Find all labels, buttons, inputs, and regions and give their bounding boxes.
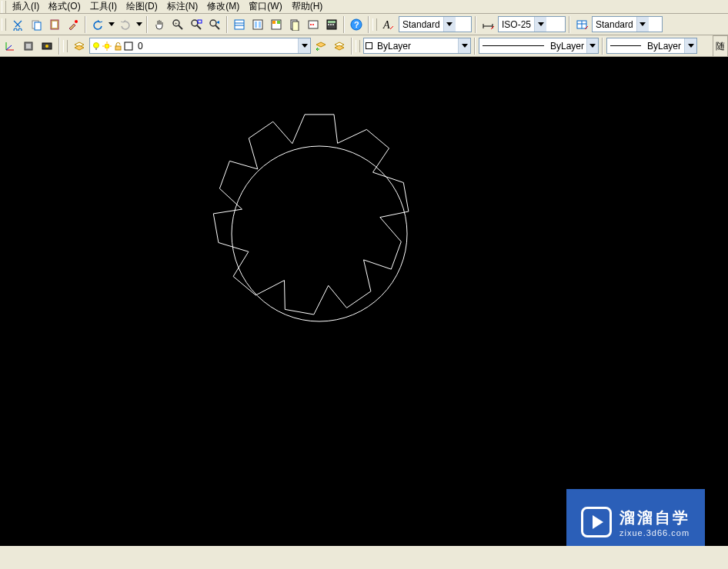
menu-tools[interactable]: 工具(I) bbox=[85, 0, 122, 14]
svg-rect-49 bbox=[95, 48, 97, 50]
side-panel-label[interactable]: 随 bbox=[713, 35, 728, 57]
menubar: 插入(I) 格式(O) 工具(I) 绘图(D) 标注(N) 修改(M) 窗口(W… bbox=[0, 0, 728, 14]
layer-combo[interactable]: 0 bbox=[89, 38, 311, 54]
dropdown-arrow-icon[interactable] bbox=[684, 38, 696, 53]
properties-button[interactable] bbox=[231, 16, 248, 33]
pan-button[interactable] bbox=[151, 16, 168, 33]
play-icon bbox=[581, 507, 612, 537]
svg-point-11 bbox=[210, 20, 216, 26]
color-combo[interactable]: ByLayer bbox=[363, 38, 471, 54]
help-button[interactable]: ? bbox=[348, 16, 365, 33]
table-style-combo[interactable]: Standard bbox=[592, 16, 663, 32]
layer-previous-button[interactable] bbox=[312, 38, 329, 55]
color-swatch bbox=[364, 42, 374, 49]
lineweight-sample bbox=[610, 45, 641, 46]
block-button[interactable] bbox=[20, 38, 37, 55]
paste-button[interactable] bbox=[46, 16, 63, 33]
svg-point-26 bbox=[312, 24, 314, 25]
watermark-title: 溜溜自学 bbox=[619, 507, 690, 528]
svg-point-47 bbox=[45, 45, 48, 48]
menu-help[interactable]: 帮助(H) bbox=[287, 0, 328, 14]
menu-format[interactable]: 格式(O) bbox=[44, 0, 85, 14]
separator bbox=[602, 38, 603, 55]
dim-style-icon[interactable] bbox=[479, 16, 496, 33]
svg-rect-1 bbox=[35, 22, 41, 30]
zoom-window-button[interactable] bbox=[188, 16, 205, 33]
separator bbox=[226, 16, 228, 33]
svg-text:+: + bbox=[175, 21, 178, 25]
dropdown-arrow-icon[interactable] bbox=[586, 38, 598, 53]
separator bbox=[85, 16, 86, 33]
svg-rect-23 bbox=[292, 22, 299, 31]
svg-rect-13 bbox=[235, 20, 244, 29]
separator bbox=[146, 16, 148, 33]
text-style-combo[interactable]: Standard bbox=[399, 16, 472, 32]
render-button[interactable] bbox=[38, 38, 55, 55]
undo-button[interactable] bbox=[89, 16, 106, 33]
quickcalc-button[interactable] bbox=[323, 16, 340, 33]
dropdown-arrow-icon[interactable] bbox=[636, 17, 649, 32]
cut-button[interactable] bbox=[9, 16, 26, 33]
toolbar-grip-styles[interactable] bbox=[372, 18, 377, 31]
copy-button[interactable] bbox=[28, 16, 45, 33]
color-swatch-icon bbox=[124, 42, 133, 51]
layer-manager-button[interactable] bbox=[71, 38, 88, 55]
toolbar-grip-layers[interactable] bbox=[63, 40, 68, 52]
sheetset-button[interactable] bbox=[286, 16, 303, 33]
redo-dropdown[interactable] bbox=[135, 16, 143, 33]
linetype-sample bbox=[483, 45, 544, 46]
menu-modify[interactable]: 修改(M) bbox=[202, 0, 244, 14]
toolpalette-button[interactable] bbox=[268, 16, 285, 33]
separator bbox=[368, 16, 369, 33]
menu-grip[interactable] bbox=[2, 1, 6, 13]
gear-drawing bbox=[189, 103, 450, 364]
svg-point-8 bbox=[192, 20, 198, 26]
toolbar-grip-properties[interactable] bbox=[356, 40, 360, 52]
svg-rect-29 bbox=[328, 24, 329, 25]
svg-line-9 bbox=[197, 25, 201, 29]
linetype-combo[interactable]: ByLayer bbox=[479, 38, 599, 54]
svg-line-12 bbox=[215, 25, 219, 29]
separator bbox=[569, 16, 570, 33]
undo-dropdown[interactable] bbox=[108, 16, 115, 33]
svg-point-48 bbox=[94, 42, 99, 48]
lineweight-value: ByLayer bbox=[644, 41, 684, 52]
separator bbox=[475, 16, 476, 33]
dropdown-arrow-icon[interactable] bbox=[298, 38, 310, 53]
dropdown-arrow-icon[interactable] bbox=[458, 38, 470, 53]
svg-rect-10 bbox=[198, 20, 202, 23]
svg-point-50 bbox=[105, 44, 109, 48]
text-style-icon[interactable]: A bbox=[380, 16, 397, 33]
menu-draw[interactable]: 绘图(D) bbox=[122, 0, 162, 14]
ucs-button[interactable] bbox=[2, 38, 18, 55]
separator bbox=[351, 38, 352, 55]
table-style-value: Standard bbox=[593, 19, 636, 30]
dropdown-arrow-icon[interactable] bbox=[443, 17, 456, 32]
zoom-realtime-button[interactable]: + bbox=[169, 16, 186, 33]
lineweight-combo[interactable]: ByLayer bbox=[606, 38, 697, 54]
separator bbox=[58, 38, 60, 55]
markup-button[interactable] bbox=[305, 16, 322, 33]
text-style-value: Standard bbox=[399, 19, 443, 30]
matchprop-button[interactable] bbox=[65, 16, 82, 33]
menu-dimension[interactable]: 标注(N) bbox=[162, 0, 203, 14]
dim-style-value: ISO-25 bbox=[499, 19, 534, 30]
svg-rect-28 bbox=[328, 21, 336, 23]
svg-line-6 bbox=[179, 25, 182, 29]
menu-window[interactable]: 窗口(W) bbox=[244, 0, 286, 14]
drawing-canvas[interactable] bbox=[0, 57, 728, 546]
svg-rect-3 bbox=[52, 22, 57, 28]
dim-style-combo[interactable]: ISO-25 bbox=[498, 16, 566, 32]
table-style-icon[interactable] bbox=[573, 16, 590, 33]
linetype-value: ByLayer bbox=[547, 41, 586, 52]
svg-rect-55 bbox=[115, 46, 121, 50]
svg-rect-21 bbox=[277, 21, 280, 24]
menu-insert[interactable]: 插入(I) bbox=[8, 0, 44, 14]
redo-button[interactable] bbox=[117, 16, 134, 33]
dropdown-arrow-icon[interactable] bbox=[534, 17, 546, 32]
designcenter-button[interactable] bbox=[249, 16, 266, 33]
lock-open-icon bbox=[113, 42, 122, 51]
zoom-previous-button[interactable] bbox=[206, 16, 223, 33]
layer-states-button[interactable] bbox=[331, 38, 348, 55]
toolbar-grip-1[interactable] bbox=[2, 18, 6, 31]
